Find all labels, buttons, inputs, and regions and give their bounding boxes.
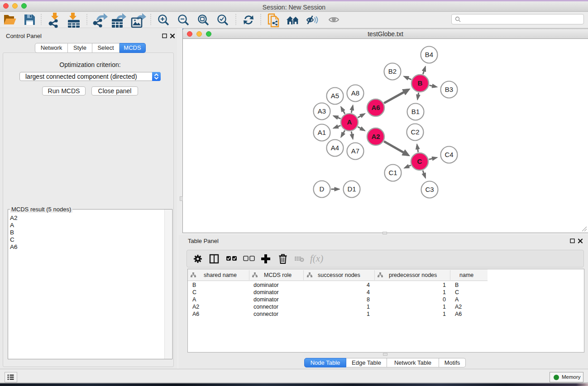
svg-text:A7: A7	[351, 147, 359, 155]
svg-text:B3: B3	[445, 86, 453, 93]
svg-text:B1: B1	[411, 108, 420, 115]
svg-text:A1: A1	[318, 129, 326, 136]
svg-text:A: A	[347, 118, 352, 126]
svg-text:A2: A2	[371, 133, 380, 140]
svg-text:C3: C3	[425, 186, 434, 193]
svg-text:C: C	[417, 157, 422, 165]
svg-text:A5: A5	[331, 92, 339, 100]
svg-text:D1: D1	[347, 185, 356, 193]
svg-text:A4: A4	[331, 144, 339, 152]
svg-text:B: B	[418, 79, 423, 87]
svg-text:C1: C1	[388, 169, 397, 176]
svg-text:C4: C4	[445, 151, 453, 158]
svg-text:B4: B4	[425, 51, 433, 58]
svg-text:B2: B2	[388, 67, 397, 75]
svg-text:C2: C2	[411, 128, 419, 136]
svg-text:A3: A3	[318, 107, 326, 115]
svg-text:f(x): f(x)	[310, 253, 323, 264]
svg-text:A6: A6	[371, 104, 380, 111]
svg-text:A8: A8	[351, 89, 359, 97]
svg-text:D: D	[320, 185, 325, 193]
